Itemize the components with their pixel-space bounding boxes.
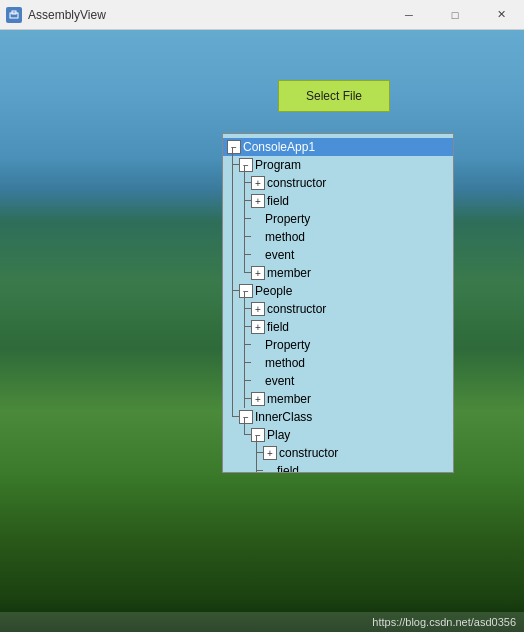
- tree-node-people-member[interactable]: + member: [223, 390, 453, 408]
- label-program-method: method: [265, 230, 305, 244]
- expander-innerclass[interactable]: −: [239, 410, 253, 424]
- window-controls: ─ □ ✕: [386, 0, 524, 30]
- label-play-constructor: constructor: [279, 446, 338, 460]
- label-people-event: event: [265, 374, 294, 388]
- expander-program-field[interactable]: +: [251, 194, 265, 208]
- tree-node-program-event[interactable]: event: [223, 246, 453, 264]
- tree-node-play-constructor[interactable]: + constructor: [223, 444, 453, 462]
- label-play: Play: [267, 428, 290, 442]
- expander-program-constructor[interactable]: +: [251, 176, 265, 190]
- minimize-button[interactable]: ─: [386, 0, 432, 30]
- tree-node-program-member[interactable]: + member: [223, 264, 453, 282]
- label-play-field: field: [277, 464, 299, 473]
- tree-node-people-property[interactable]: Property: [223, 336, 453, 354]
- main-content: Select File − ConsoleApp1 − Program: [0, 30, 524, 632]
- app-title: AssemblyView: [28, 8, 386, 22]
- label-program-member: member: [267, 266, 311, 280]
- app-icon: [6, 7, 22, 23]
- tree-node-program-constructor[interactable]: + constructor: [223, 174, 453, 192]
- maximize-button[interactable]: □: [432, 0, 478, 30]
- label-people-field: field: [267, 320, 289, 334]
- label-program-event: event: [265, 248, 294, 262]
- tree-node-program[interactable]: − Program: [223, 156, 453, 174]
- tree-node-program-property[interactable]: Property: [223, 210, 453, 228]
- label-people-property: Property: [265, 338, 310, 352]
- tree-node-consoleapp1[interactable]: − ConsoleApp1: [223, 138, 453, 156]
- tree-node-innerclass[interactable]: − InnerClass: [223, 408, 453, 426]
- expander-program[interactable]: −: [239, 158, 253, 172]
- tree-node-people[interactable]: − People: [223, 282, 453, 300]
- label-people-method: method: [265, 356, 305, 370]
- label-program-property: Property: [265, 212, 310, 226]
- statusbar-url: https://blog.csdn.net/asd0356: [372, 616, 516, 628]
- close-button[interactable]: ✕: [478, 0, 524, 30]
- titlebar: AssemblyView ─ □ ✕: [0, 0, 524, 30]
- tree-node-play-field[interactable]: field: [223, 462, 453, 473]
- label-people: People: [255, 284, 292, 298]
- select-file-button[interactable]: Select File: [278, 80, 390, 112]
- tree-node-people-field[interactable]: + field: [223, 318, 453, 336]
- statusbar: https://blog.csdn.net/asd0356: [0, 612, 524, 632]
- tree-content: − ConsoleApp1 − Program: [223, 134, 453, 473]
- expander-people[interactable]: −: [239, 284, 253, 298]
- tree-node-play[interactable]: − Play: [223, 426, 453, 444]
- expander-people-constructor[interactable]: +: [251, 302, 265, 316]
- label-program-field: field: [267, 194, 289, 208]
- tree-node-people-method[interactable]: method: [223, 354, 453, 372]
- expander-people-field[interactable]: +: [251, 320, 265, 334]
- label-innerclass: InnerClass: [255, 410, 312, 424]
- label-program-constructor: constructor: [267, 176, 326, 190]
- tree-node-people-event[interactable]: event: [223, 372, 453, 390]
- expander-people-member[interactable]: +: [251, 392, 265, 406]
- label-people-member: member: [267, 392, 311, 406]
- label-program: Program: [255, 158, 301, 172]
- tree-node-program-method[interactable]: method: [223, 228, 453, 246]
- expander-play-constructor[interactable]: +: [263, 446, 277, 460]
- expander-consoleapp1[interactable]: −: [227, 140, 241, 154]
- label-people-constructor: constructor: [267, 302, 326, 316]
- expander-play[interactable]: −: [251, 428, 265, 442]
- tree-node-people-constructor[interactable]: + constructor: [223, 300, 453, 318]
- label-consoleapp1: ConsoleApp1: [243, 140, 315, 154]
- expander-program-member[interactable]: +: [251, 266, 265, 280]
- tree-node-program-field[interactable]: + field: [223, 192, 453, 210]
- tree-panel[interactable]: − ConsoleApp1 − Program: [222, 133, 454, 473]
